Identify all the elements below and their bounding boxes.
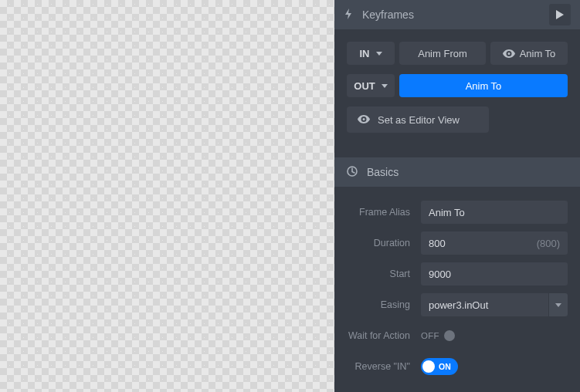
anim-to-in-label: Anim To: [520, 48, 556, 59]
out-label: OUT: [354, 80, 375, 92]
bolt-icon: [344, 8, 353, 22]
keyframes-title: Keyframes: [362, 8, 414, 21]
keyframes-header: Keyframes: [334, 0, 580, 29]
in-row: IN Anim From Anim To: [347, 42, 568, 65]
easing-value: power3.inOut: [429, 299, 488, 311]
clock-icon: [347, 166, 358, 179]
toggle-knob-icon: [422, 360, 435, 373]
editor-canvas[interactable]: [0, 0, 334, 392]
eye-icon: [358, 114, 370, 126]
out-row: OUT Anim To: [347, 74, 568, 97]
basics-header: Basics: [334, 157, 580, 187]
in-label: IN: [360, 48, 370, 59]
wait-for-action-label: Wait for Action: [347, 330, 421, 341]
wait-for-action-value: OFF: [421, 331, 439, 340]
reverse-in-toggle[interactable]: ON: [421, 358, 458, 375]
out-direction-button[interactable]: OUT: [347, 74, 395, 97]
basics-section: Basics Frame Alias Anim To Duration: [347, 157, 568, 378]
reverse-in-value: ON: [439, 362, 451, 371]
frame-alias-row: Frame Alias Anim To: [347, 201, 568, 224]
duration-value: 800: [429, 238, 446, 249]
frame-alias-value: Anim To: [429, 207, 465, 218]
anim-to-out-button[interactable]: Anim To: [399, 74, 568, 97]
easing-row: Easing power3.inOut: [347, 293, 568, 316]
start-value: 9000: [429, 269, 451, 280]
frame-alias-label: Frame Alias: [347, 207, 421, 218]
duration-label: Duration: [347, 238, 421, 248]
caret-down-icon: [555, 303, 561, 307]
duration-input[interactable]: 800 (800): [421, 231, 568, 255]
reverse-in-row: Reverse "IN" ON: [347, 355, 568, 378]
start-row: Start 9000: [347, 262, 568, 286]
set-editor-view-label: Set as Editor View: [378, 114, 460, 126]
reverse-in-label: Reverse "IN": [347, 361, 421, 372]
play-button[interactable]: [549, 4, 571, 25]
basics-form: Frame Alias Anim To Duration 800 (800): [347, 187, 568, 378]
caret-down-icon: [382, 84, 388, 88]
anim-to-in-button[interactable]: Anim To: [490, 42, 568, 65]
easing-label: Easing: [347, 299, 421, 310]
set-editor-view-button[interactable]: Set as Editor View: [347, 106, 489, 133]
caret-down-icon: [376, 52, 382, 56]
anim-to-out-label: Anim To: [466, 80, 502, 92]
toggle-knob-icon: [444, 330, 455, 341]
wait-for-action-toggle[interactable]: OFF: [421, 330, 568, 341]
duration-hint: (800): [537, 238, 560, 249]
anim-from-label: Anim From: [418, 48, 467, 59]
duration-row: Duration 800 (800): [347, 231, 568, 255]
frame-alias-input[interactable]: Anim To: [421, 201, 568, 224]
basics-title: Basics: [367, 166, 399, 178]
start-label: Start: [347, 269, 421, 279]
play-icon: [556, 10, 564, 19]
wait-for-action-row: Wait for Action OFF: [347, 324, 568, 347]
in-direction-button[interactable]: IN: [347, 42, 395, 65]
anim-from-button[interactable]: Anim From: [399, 42, 486, 65]
easing-select[interactable]: power3.inOut: [421, 293, 548, 316]
eye-icon: [503, 49, 515, 58]
keyframes-body: IN Anim From Anim To OUT: [334, 29, 580, 378]
easing-dropdown-trigger[interactable]: [549, 293, 568, 316]
right-panel: Keyframes IN Anim From Anim To: [334, 0, 580, 392]
start-input[interactable]: 9000: [421, 262, 568, 286]
